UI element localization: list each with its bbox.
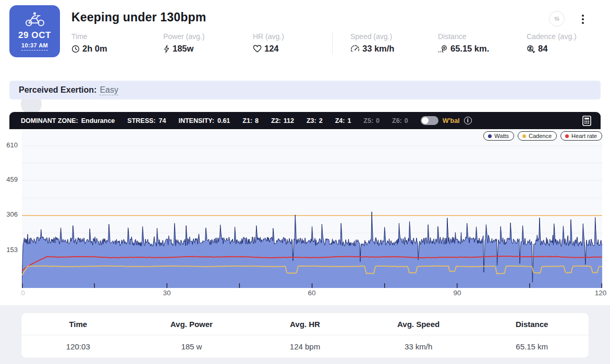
wbal-label: W'bal [443,117,460,124]
dominant-zone-value: Endurance [81,117,115,124]
chart-legend: Watts Cadence Heart rate [483,131,602,141]
col-header-distance: Distance [475,320,589,329]
stat-distance-value: 65.15 km. [450,44,489,54]
summary-table: Time Avg. Power Avg. HR Avg. Speed Dista… [21,312,589,358]
y-axis-tick: 459 [0,175,18,183]
stat-hr-label: HR (avg.) [253,32,284,41]
activity-time[interactable]: 10:37 AM [21,42,48,51]
header-divider [332,32,333,54]
stress-value: 74 [159,117,166,124]
x-axis-tick: 60 [308,289,315,297]
x-axis-tick: 0 [21,289,25,297]
y-axis-tick: 153 [0,246,18,254]
zone-summary-bar: DOMINANT ZONE: Endurance STRESS: 74 INTE… [9,112,601,129]
perceived-exertion-bar: Perceived Exertion: Easy [9,81,601,99]
bolt-icon [163,45,170,53]
stat-cadence: Cadence (avg.) 84 [527,32,577,54]
calculator-icon[interactable] [582,116,591,126]
wbal-toggle[interactable] [421,116,438,125]
gauge-icon [350,45,360,53]
cell-time: 120:03 [21,342,135,351]
cell-avg-hr: 124 bpm [248,342,362,351]
stat-time-label: Time [71,32,107,41]
cell-avg-speed: 33 km/h [362,342,475,351]
sync-arrows-button[interactable] [549,11,565,27]
stat-cadence-value: 84 [538,44,547,54]
clock-icon [71,45,80,53]
stress-label: STRESS: [127,117,155,124]
zone-z1: Z1:8 [242,117,259,124]
cadence-dot-icon [522,134,526,138]
route-pin-icon [438,45,448,53]
zone-z5: Z5:0 [363,117,380,124]
legend-heart-rate[interactable]: Heart rate [560,131,602,141]
dominant-zone-label: DOMINANT ZONE: [21,117,78,124]
info-icon[interactable]: i [464,117,472,124]
x-axis-tick: 30 [163,289,170,297]
crank-icon [527,45,535,53]
stat-speed: Speed (avg.) 33 km/h [350,32,394,54]
stat-distance-label: Distance [438,32,489,41]
stat-power-value: 185w [173,44,193,54]
legend-cadence[interactable]: Cadence [518,131,557,141]
stat-hr-value: 124 [264,44,279,54]
date-badge: 29 OCT 10:37 AM [9,5,60,57]
activity-chart[interactable] [22,130,602,288]
zone-z2: Z2:112 [271,117,294,124]
stat-speed-label: Speed (avg.) [350,32,394,41]
x-axis-tick: 90 [453,289,461,297]
activity-date: 29 OCT [18,30,51,41]
intensity-label: INTENSITY: [178,117,214,124]
heart-rate-dot-icon [565,134,569,138]
stat-time-value: 2h 0m [82,44,107,54]
col-header-avg-hr: Avg. HR [248,320,362,329]
stat-cadence-label: Cadence (avg.) [527,32,577,41]
more-options-button[interactable] [581,14,585,25]
col-header-avg-speed: Avg. Speed [362,320,475,329]
table-row: 120:03 185 w 124 bpm 33 km/h 65.15 km [21,335,589,358]
y-axis-tick: 610 [0,141,18,149]
stat-distance: Distance 65.15 km. [438,32,489,54]
stat-time: Time 2h 0m [71,32,107,54]
legend-watts[interactable]: Watts [483,131,514,141]
activity-page: 29 OCT 10:37 AM Keeping under 130bpm Tim… [0,0,610,364]
cyclist-icon [24,12,46,27]
page-title: Keeping under 130bpm [71,10,206,24]
cell-avg-power: 185 w [135,342,249,351]
stat-power-label: Power (avg.) [163,32,204,41]
y-axis-tick: 306 [0,210,18,218]
stat-speed-value: 33 km/h [362,44,394,54]
sync-arrows-icon [553,15,561,23]
perceived-exertion-label: Perceived Exertion: [19,85,96,95]
zone-z6: Z6:0 [392,117,408,124]
stat-hr: HR (avg.) 124 [253,32,284,54]
stat-power: Power (avg.) 185w [163,32,204,54]
heart-icon [253,45,262,53]
summary-section: Time Avg. Power Avg. HR Avg. Speed Dista… [0,305,610,364]
zone-z3: Z3:2 [307,117,323,124]
watts-dot-icon [488,134,492,138]
zone-z4: Z4:1 [335,117,351,124]
perceived-exertion-value[interactable]: Easy [100,85,118,95]
x-axis-tick: 120 [595,289,607,297]
intensity-value: 0.61 [217,117,230,124]
col-header-time: Time [21,320,135,329]
col-header-avg-power: Avg. Power [135,320,249,329]
cell-distance: 65.15 km [475,342,589,351]
